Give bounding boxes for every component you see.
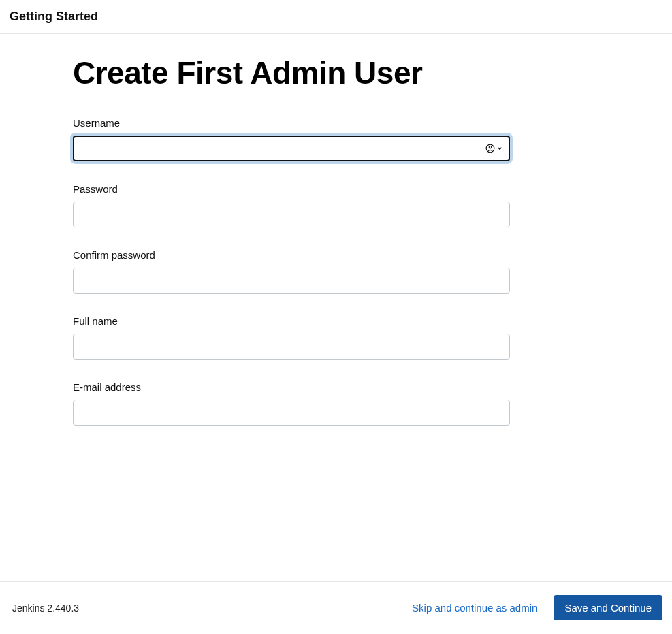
full-name-label: Full name: [73, 315, 583, 327]
password-label: Password: [73, 183, 583, 195]
confirm-password-input[interactable]: [73, 268, 510, 294]
footer-actions: Skip and continue as admin Save and Cont…: [409, 595, 662, 620]
password-input[interactable]: [73, 202, 510, 227]
page-title: Create First Admin User: [73, 54, 583, 91]
main-area: Create First Admin User Username P: [0, 34, 672, 582]
email-input-wrap: [73, 400, 510, 426]
form-container: Create First Admin User Username P: [73, 54, 583, 426]
email-input[interactable]: [73, 400, 510, 426]
username-input-wrap: [73, 136, 510, 161]
confirm-password-input-wrap: [73, 268, 510, 294]
field-password: Password: [73, 183, 583, 227]
password-input-wrap: [73, 202, 510, 227]
field-confirm-password: Confirm password: [73, 249, 583, 294]
save-continue-button[interactable]: Save and Continue: [554, 595, 662, 620]
field-username: Username: [73, 117, 583, 161]
confirm-password-label: Confirm password: [73, 249, 583, 261]
username-input[interactable]: [73, 136, 510, 161]
version-label: Jenkins 2.440.3: [12, 603, 79, 614]
skip-button[interactable]: Skip and continue as admin: [409, 597, 540, 619]
header: Getting Started: [0, 0, 672, 34]
field-full-name: Full name: [73, 315, 583, 360]
full-name-input[interactable]: [73, 334, 510, 360]
full-name-input-wrap: [73, 334, 510, 360]
email-label: E-mail address: [73, 381, 583, 393]
field-email: E-mail address: [73, 381, 583, 426]
footer: Jenkins 2.440.3 Skip and continue as adm…: [0, 582, 672, 634]
username-label: Username: [73, 117, 583, 129]
header-title: Getting Started: [10, 10, 662, 24]
